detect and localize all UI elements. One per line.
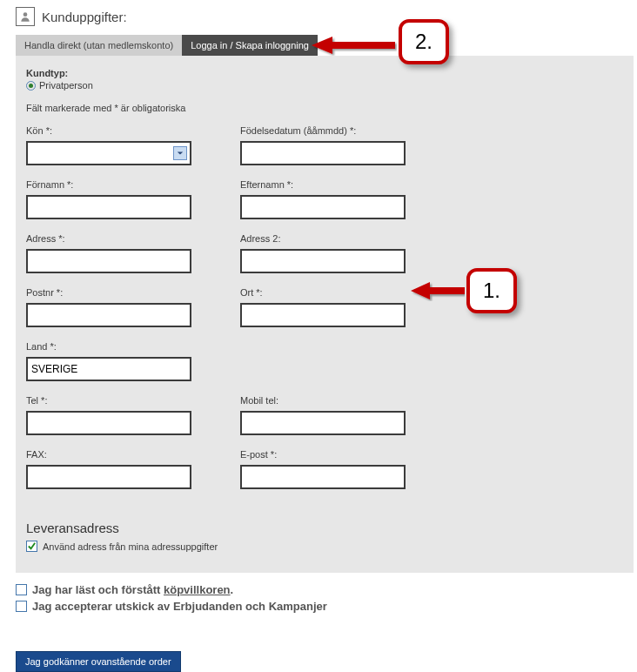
terms-text: Jag har läst och förstått köpvillkoren. [32,583,233,596]
annotation-callout-2: 2. [399,19,449,64]
input-fornamn[interactable] [26,195,191,219]
label-efternamn: Efternamn *: [240,179,454,190]
annotation-arrow-1 [411,280,465,301]
svg-point-0 [23,12,28,17]
label-fornamn: Förnamn *: [26,179,240,190]
checkbox-use-address[interactable] [26,541,37,552]
label-kon: Kön *: [26,125,240,136]
required-hint: Fält markerade med * är obligatoriska [26,103,623,113]
input-fax[interactable] [26,465,191,489]
label-adress2: Adress 2: [240,233,454,244]
input-tel[interactable] [26,411,191,435]
svg-rect-1 [329,42,395,49]
input-fodelsedatum[interactable] [240,141,406,165]
chevron-down-icon [173,146,187,160]
annotation-callout-1: 1. [466,268,517,313]
label-tel: Tel *: [26,395,240,406]
input-postnr[interactable] [26,303,191,327]
page-title: Kunduppgifter: [42,10,127,24]
input-ort[interactable] [240,303,406,327]
radio-privatperson-label: Privatperson [39,80,93,91]
input-mobil[interactable] [240,411,406,435]
svg-marker-2 [312,37,332,54]
radio-privatperson[interactable] [26,81,36,91]
terms-link[interactable]: köpvillkoren [164,583,231,596]
checkbox-use-address-label: Använd adress från mina adressuppgifter [43,541,218,552]
label-fax: FAX: [26,449,240,460]
kundtyp-label: Kundtyp: [26,68,623,78]
label-epost: E-post *: [240,449,454,460]
label-adress: Adress *: [26,233,240,244]
tab-login[interactable]: Logga in / Skapa inloggning [182,35,318,56]
svg-marker-4 [411,282,430,299]
annotation-arrow-2 [312,35,397,56]
svg-rect-3 [426,287,465,294]
label-postnr: Postnr *: [26,287,240,298]
label-land: Land *: [26,341,240,352]
label-mobil: Mobil tel: [240,395,454,406]
person-icon [16,7,35,26]
input-efternamn[interactable] [240,195,406,219]
checkbox-offers[interactable] [16,601,27,612]
tab-direct[interactable]: Handla direkt (utan medlemskonto) [16,35,182,56]
input-land[interactable] [26,357,191,381]
checkbox-terms[interactable] [16,584,27,595]
input-adress2[interactable] [240,249,406,273]
label-fodelsedatum: Födelsedatum (ååmmdd) *: [240,125,454,136]
submit-button[interactable]: Jag godkänner ovanstående order [16,651,181,672]
select-kon[interactable] [26,141,191,165]
offers-text: Jag accepterar utskick av Erbjudanden oc… [32,600,327,613]
leverans-title: Leveransadress [26,521,623,535]
form-panel: Kundtyp: Privatperson Fält markerade med… [16,56,634,573]
input-adress[interactable] [26,249,191,273]
input-epost[interactable] [240,465,406,489]
